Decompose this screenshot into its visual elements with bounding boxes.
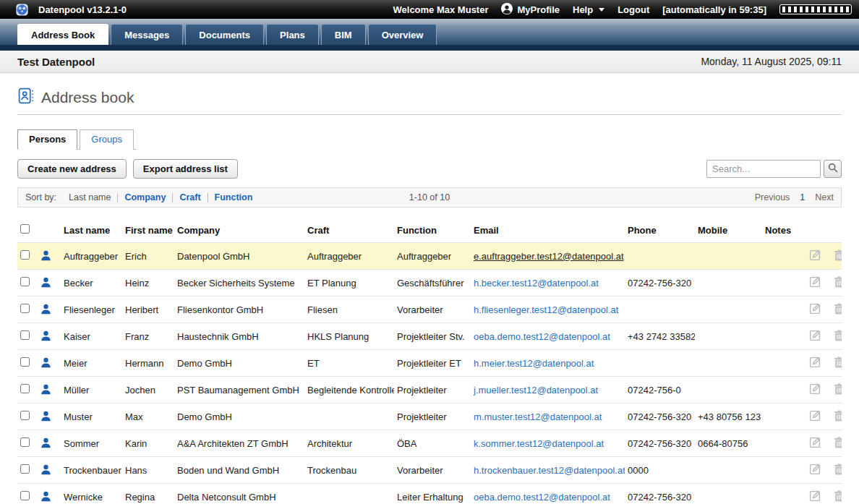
cell-notes [762, 270, 797, 296]
heading-divider [17, 114, 842, 115]
row-checkbox[interactable] [20, 411, 30, 420]
edit-icon[interactable] [809, 249, 821, 263]
sort-option[interactable]: Craft [172, 193, 207, 202]
table-row: Kaiser Franz Haustechnik GmbH HKLS Planu… [17, 323, 842, 350]
nav-tab[interactable]: BIM [321, 24, 366, 45]
row-checkbox[interactable] [20, 464, 30, 474]
cell-function: Leiter Erhaltung [394, 484, 471, 504]
delete-icon[interactable] [834, 330, 842, 343]
create-new-address-button[interactable]: Create new address [17, 159, 127, 179]
row-checkbox[interactable] [20, 277, 30, 286]
cell-email: j.mueller.test12@datenpool.at [471, 377, 625, 403]
row-checkbox[interactable] [20, 384, 30, 393]
delete-icon[interactable] [834, 464, 842, 477]
cell-function: Vorarbeiter [394, 457, 471, 484]
email-link[interactable]: h.becker.test12@datenpool.at [474, 278, 599, 289]
cell-mobile [695, 484, 762, 504]
sort-option[interactable]: Company [117, 193, 172, 202]
top-pagination: Previous 1 Next [755, 192, 834, 202]
cell-email: oeba.demo.test12@datenpool.at [471, 484, 625, 504]
page-number[interactable]: 1 [800, 192, 805, 202]
search-button[interactable] [824, 160, 842, 178]
row-checkbox[interactable] [20, 250, 30, 260]
cell-first-name: Heribert [122, 296, 174, 323]
cell-email: m.muster.test12@datenpool.at [471, 403, 625, 430]
sort-bar: 1-10 of 10 Sort by: Last nameCompanyCraf… [17, 187, 842, 208]
sort-option[interactable]: Last name [62, 193, 117, 202]
delete-icon[interactable] [834, 437, 842, 450]
delete-icon[interactable] [834, 410, 842, 424]
edit-icon[interactable] [809, 356, 821, 370]
edit-icon[interactable] [809, 463, 821, 477]
email-link[interactable]: m.muster.test12@datenpool.at [474, 411, 602, 422]
nav-tab[interactable]: Plans [266, 24, 319, 45]
edit-icon[interactable] [809, 302, 821, 317]
nav-tab[interactable]: Overview [368, 24, 437, 45]
next-link[interactable]: Next [815, 192, 834, 202]
email-link[interactable]: h.meier.test12@datenpool.at [474, 358, 594, 369]
cell-function: Auftraggeber [394, 243, 471, 270]
myprofile-link[interactable]: MyProfile [501, 3, 560, 17]
cell-company: A&A Architekten ZT GmbH [174, 430, 304, 457]
edit-icon[interactable] [809, 409, 821, 424]
cell-last-name: Kaiser [61, 323, 122, 350]
cell-phone: 07242-756-320 [625, 430, 695, 457]
export-address-list-button[interactable]: Export address list [133, 159, 238, 179]
delete-icon[interactable] [834, 490, 842, 504]
content-tab[interactable]: Groups [80, 129, 134, 150]
select-all-checkbox[interactable] [20, 224, 30, 234]
row-checkbox[interactable] [20, 437, 30, 447]
help-menu[interactable]: Help [573, 4, 604, 15]
cell-first-name: Jochen [122, 377, 174, 403]
email-link[interactable]: oeba.demo.test12@datenpool.at [474, 492, 610, 503]
edit-icon[interactable] [809, 276, 821, 290]
delete-icon[interactable] [834, 303, 842, 317]
cell-last-name: Wernicke [61, 484, 122, 504]
delete-icon[interactable] [834, 356, 842, 370]
cell-first-name: Hans [122, 457, 174, 484]
cell-first-name: Max [122, 403, 174, 430]
edit-icon[interactable] [809, 383, 821, 397]
email-link[interactable]: e.auftraggeber.test12@datenpool.at [474, 251, 624, 262]
cell-email: h.trockenbauer.test12@datenpool.at [471, 457, 625, 484]
table-row: Auftraggeber Erich Datenpool GmbH Auftra… [17, 243, 842, 270]
email-link[interactable]: h.trockenbauer.test12@datenpool.at [474, 465, 625, 476]
cell-notes [762, 243, 797, 270]
page-heading: Address book [17, 87, 842, 107]
content-tab[interactable]: Persons [17, 129, 77, 150]
delete-icon[interactable] [834, 276, 842, 290]
sort-option[interactable]: Function [208, 193, 260, 202]
cell-phone: 0000 [625, 457, 695, 484]
cell-last-name: Sommer [61, 430, 122, 457]
logout-link[interactable]: Logout [617, 4, 649, 15]
row-checkbox[interactable] [20, 304, 30, 313]
email-link[interactable]: oeba.demo.test12@datenpool.at [474, 331, 610, 342]
person-icon [40, 306, 51, 317]
edit-icon[interactable] [809, 436, 821, 450]
person-icon [40, 386, 51, 397]
delete-icon[interactable] [834, 383, 842, 397]
previous-link[interactable]: Previous [755, 192, 790, 202]
cell-company: Datenpool GmbH [174, 243, 304, 270]
delete-icon[interactable] [834, 249, 842, 263]
nav-tab[interactable]: Address Book [17, 24, 108, 45]
search-input[interactable] [706, 160, 821, 178]
cell-craft [304, 403, 394, 430]
top-bar: Datenpool v13.2.1-0 Welcome Max Muster M… [0, 0, 859, 19]
nav-tab[interactable]: Documents [185, 24, 264, 45]
cell-phone [625, 296, 695, 323]
pool-name: Test Datenpool [17, 56, 95, 68]
col-company: Company [174, 218, 304, 243]
email-link[interactable]: h.fliesenleger.test12@datenpool.at [474, 304, 618, 315]
row-checkbox[interactable] [20, 491, 30, 500]
row-checkbox[interactable] [20, 357, 30, 367]
edit-icon[interactable] [809, 490, 821, 504]
cell-first-name: Heinz [122, 270, 174, 296]
cell-last-name: Meier [61, 350, 122, 377]
email-link[interactable]: j.mueller.test12@datenpool.at [474, 385, 598, 396]
edit-icon[interactable] [809, 329, 821, 343]
email-link[interactable]: k.sommer.test12@datenpool.at [474, 438, 604, 449]
nav-tab[interactable]: Messages [111, 24, 183, 45]
row-checkbox[interactable] [20, 330, 30, 340]
cell-phone [625, 243, 695, 270]
